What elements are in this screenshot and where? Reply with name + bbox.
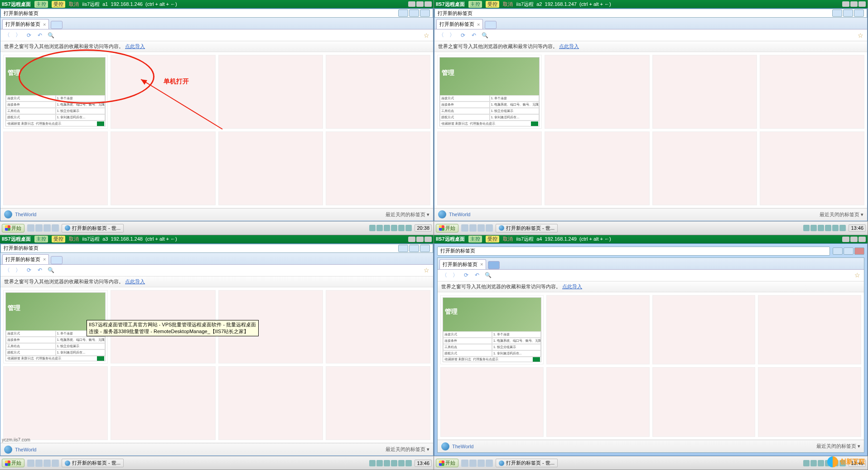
dial-tile-1[interactable]: 连接方式1. 单个连接连接条件1. 电脑系统、端口号、账号、无限连工具特点1. … xyxy=(437,55,542,129)
reload-icon[interactable]: ⟳ xyxy=(463,272,469,278)
undo-icon[interactable]: ↶ xyxy=(37,32,43,39)
forward-icon[interactable]: 〉 xyxy=(15,267,21,273)
import-link[interactable]: 点此导入 xyxy=(125,279,145,284)
reload-icon[interactable]: ⟳ xyxy=(460,32,466,39)
recent-tabs-link[interactable]: 最近关闭的标签页 xyxy=(820,212,859,217)
new-tab-button[interactable] xyxy=(488,261,500,269)
dial-tile[interactable] xyxy=(3,131,108,205)
main-control-button[interactable]: 主控 xyxy=(468,1,482,8)
thumb-footer: ·收藏标签 刷新日志代理服务站点提示 xyxy=(6,121,105,126)
browser-window: 打开新的标签页 打开新的标签页× 〈 〉 ⟳ ↶ 🔍 ☆ 世界之窗可导入其他浏览… xyxy=(0,8,434,221)
thumb-header xyxy=(6,58,105,95)
tab-close-icon[interactable]: × xyxy=(43,22,46,27)
recent-tabs-link[interactable]: 最近关闭的标签页 xyxy=(386,446,425,452)
remote-pane-a1: IIS7远程桌面 主控 受控 取消 iis7远程 a1 192.168.1.24… xyxy=(0,0,434,235)
new-tab-button[interactable] xyxy=(51,21,63,29)
max-icon[interactable] xyxy=(416,1,424,7)
tab-new-page[interactable]: 打开新的标签页× xyxy=(2,19,49,29)
remote-top-bar: IIS7远程桌面 主控 受控 取消 iis7远程 a1 192.168.1.24… xyxy=(0,0,434,8)
search-icon[interactable]: 🔍 xyxy=(48,267,54,273)
main-control-button[interactable]: 主控 xyxy=(34,236,48,242)
back-icon[interactable]: 〈 xyxy=(441,272,448,278)
undo-icon[interactable]: ↶ xyxy=(474,272,480,278)
dial-tile[interactable] xyxy=(111,55,215,129)
hover-tooltip: IIS7远程桌面管理工具官方网站 - VPS批量管理远程桌面软件 - 批量远程桌… xyxy=(87,320,259,336)
task-button[interactable]: 打开新的标签页 - 世... xyxy=(62,459,124,467)
forward-icon[interactable]: 〉 xyxy=(15,32,21,39)
dial-tile-1[interactable]: 连接方式1. 单个连接 连接条件1. 电脑系统、端口号、账号、无限连 工具特点1… xyxy=(3,55,108,129)
reload-icon[interactable]: ⟳ xyxy=(26,267,32,273)
favorite-icon[interactable]: ☆ xyxy=(424,32,429,39)
start-button[interactable]: 开始 xyxy=(2,224,24,233)
browser-brand: TheWorld xyxy=(15,212,36,217)
search-icon[interactable]: 🔍 xyxy=(485,272,491,278)
new-tab-button[interactable] xyxy=(485,21,497,29)
favorite-icon[interactable]: ☆ xyxy=(424,266,429,274)
forward-icon[interactable]: 〉 xyxy=(449,32,455,39)
favorite-icon[interactable]: ☆ xyxy=(858,32,863,39)
outer-window-controls xyxy=(408,1,432,7)
task-button[interactable]: 打开新的标签页 - 世... xyxy=(496,224,558,233)
dial-tile[interactable] xyxy=(218,55,323,129)
import-link[interactable]: 点此导入 xyxy=(562,284,582,289)
close-icon[interactable] xyxy=(424,1,432,7)
main-control-button[interactable]: 主控 xyxy=(34,1,48,8)
undo-icon[interactable]: ↶ xyxy=(471,32,477,39)
min-icon[interactable] xyxy=(408,1,415,7)
tray-icon[interactable] xyxy=(398,225,405,231)
follow-control-button[interactable]: 受控 xyxy=(52,1,65,8)
inner-close-icon[interactable] xyxy=(420,10,430,17)
cancel-button[interactable]: 取消 xyxy=(69,1,79,8)
follow-control-button[interactable]: 受控 xyxy=(486,236,499,242)
import-link[interactable]: 点此导入 xyxy=(125,44,145,49)
dial-tile[interactable] xyxy=(326,55,430,129)
start-button[interactable]: 开始 xyxy=(436,459,458,467)
inner-min-icon[interactable] xyxy=(398,10,408,17)
back-icon[interactable]: 〈 xyxy=(4,32,10,39)
remote-top-bar: IIS7远程桌面 主控 受控 取消 iis7远程 a2 192.168.1.24… xyxy=(434,0,868,8)
tab-new-page[interactable]: 打开新的标签页× xyxy=(2,254,49,264)
cancel-button[interactable]: 取消 xyxy=(69,236,79,242)
favorite-icon[interactable]: ☆ xyxy=(854,271,860,279)
start-button[interactable]: 开始 xyxy=(2,459,24,467)
search-icon[interactable]: 🔍 xyxy=(48,32,54,39)
new-tab-button[interactable] xyxy=(51,256,63,264)
follow-control-button[interactable]: 受控 xyxy=(52,236,65,242)
tray-icon[interactable] xyxy=(384,225,390,231)
url-overlay: yczm.iis7.com xyxy=(2,437,30,442)
reload-icon[interactable]: ⟳ xyxy=(26,32,32,39)
clock[interactable]: 13:46 xyxy=(849,224,866,232)
remote-pane-a4: IIS7远程桌面 主控 受控 取消 iis7远程 a4 192.168.1.24… xyxy=(434,235,868,470)
tray-icon[interactable] xyxy=(376,225,383,231)
dial-tile[interactable] xyxy=(326,131,430,205)
forward-icon[interactable]: 〉 xyxy=(452,272,458,278)
app-title: IIS7远程桌面 xyxy=(2,1,31,8)
tray-icon[interactable] xyxy=(369,225,376,231)
tray-icon[interactable] xyxy=(405,225,412,231)
cancel-button[interactable]: 取消 xyxy=(503,236,513,242)
clock[interactable]: 20:38 xyxy=(415,224,432,232)
task-button[interactable]: 打开新的标签页 - 世... xyxy=(62,224,124,233)
dial-tile-1[interactable]: 连接方式1. 单个连接连接条件1. 电脑系统、端口号、账号、无限连工具特点1. … xyxy=(440,295,544,365)
undo-icon[interactable]: ↶ xyxy=(37,267,43,273)
inner-max-icon[interactable] xyxy=(409,10,419,17)
session-label: iis7远程 a1 192.168.1.246 (ctrl + alt + ←) xyxy=(82,1,405,8)
back-icon[interactable]: 〈 xyxy=(438,32,444,39)
import-link[interactable]: 点此导入 xyxy=(559,44,579,49)
start-button[interactable]: 开始 xyxy=(436,224,458,233)
tab-new-page[interactable]: 打开新的标签页× xyxy=(439,259,486,269)
tray-icon[interactable] xyxy=(391,225,397,231)
follow-control-button[interactable]: 受控 xyxy=(486,1,499,8)
clock[interactable]: 13:46 xyxy=(415,460,432,467)
back-icon[interactable]: 〈 xyxy=(4,267,10,273)
dial-tile[interactable] xyxy=(218,131,323,205)
recent-tabs-link[interactable]: 最近关闭的标签页 xyxy=(816,443,856,449)
main-control-button[interactable]: 主控 xyxy=(468,236,482,242)
search-icon[interactable]: 🔍 xyxy=(482,32,488,39)
tab-new-page[interactable]: 打开新的标签页× xyxy=(436,19,483,29)
recent-tabs-link[interactable]: 最近关闭的标签页 xyxy=(386,212,425,217)
cancel-button[interactable]: 取消 xyxy=(503,1,513,8)
dial-tile[interactable] xyxy=(111,131,215,205)
task-button[interactable]: 打开新的标签页 - 世... xyxy=(496,459,558,467)
system-tray: 20:38 xyxy=(369,224,432,232)
